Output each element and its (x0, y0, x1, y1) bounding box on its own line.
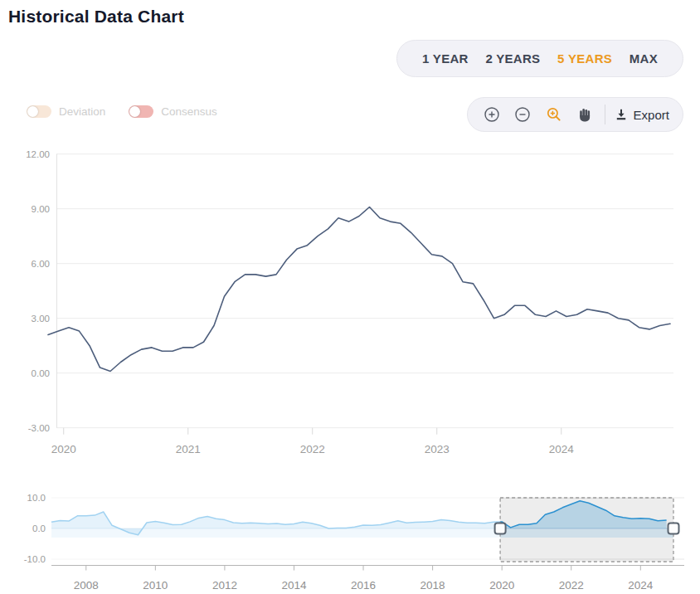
main-series-line (48, 207, 670, 372)
main-chart[interactable]: 12.009.006.003.000.00-3.0020202021202220… (0, 145, 700, 465)
export-label: Export (634, 108, 669, 122)
x-axis-label: 2023 (425, 443, 450, 455)
toolbar-divider (605, 105, 605, 124)
nav-y-axis-label: 0.0 (32, 523, 46, 533)
navigator-chart[interactable]: 10.00.0-10.02008201020122014201620182020… (0, 465, 700, 594)
nav-x-axis-label: 2012 (212, 579, 237, 592)
x-axis-label: 2024 (549, 443, 575, 455)
legend-label-deviation: Deviation (59, 105, 105, 118)
zoom-selection-button[interactable] (538, 98, 569, 131)
nav-y-axis-label: -10.0 (24, 554, 46, 564)
main-grid: 12.009.006.003.000.00-3.0020202021202220… (26, 149, 673, 455)
chart-toolbar: Export (467, 97, 683, 132)
zoom-out-button[interactable] (507, 98, 537, 131)
x-axis-label: 2021 (176, 443, 201, 455)
nav-x-axis-label: 2022 (559, 579, 584, 592)
y-axis-label: 0.00 (32, 368, 50, 378)
page-title: Historical Data Chart (8, 7, 184, 27)
deviation-toggle[interactable] (27, 105, 51, 118)
legend-label-consensus: Consensus (161, 105, 217, 118)
range-option-max[interactable]: MAX (630, 51, 658, 66)
range-option-2years[interactable]: 2 YEARS (485, 51, 540, 66)
y-axis-label: 9.00 (32, 204, 50, 214)
nav-selection-window[interactable] (500, 498, 673, 562)
range-option-5years[interactable]: 5 YEARS (557, 51, 612, 66)
toggle-knob (27, 106, 38, 117)
series-legend: Deviation Consensus (27, 105, 217, 118)
nav-x-axis-label: 2008 (74, 579, 99, 592)
range-option-1year[interactable]: 1 YEAR (422, 51, 469, 66)
nav-x-axis-label: 2024 (628, 579, 654, 592)
consensus-toggle[interactable] (129, 105, 153, 118)
pan-button[interactable] (569, 98, 600, 131)
y-axis-label: -3.00 (28, 423, 50, 433)
pan-hand-icon (577, 107, 592, 122)
zoom-out-icon (514, 106, 531, 123)
legend-item-deviation[interactable]: Deviation (27, 105, 105, 118)
nav-selection-handle-left[interactable] (495, 523, 506, 534)
zoom-in-button[interactable] (476, 98, 507, 131)
export-button[interactable]: Export (610, 108, 674, 122)
x-axis-label: 2020 (51, 443, 76, 455)
y-axis-label: 3.00 (32, 314, 50, 324)
toggle-knob (129, 106, 140, 117)
nav-x-axis-label: 2010 (143, 579, 168, 592)
y-axis-label: 12.00 (26, 149, 50, 159)
nav-x-axis-label: 2016 (351, 579, 376, 592)
x-axis-label: 2022 (300, 443, 325, 455)
zoom-selection-icon (546, 106, 562, 123)
nav-selection-handle-right[interactable] (668, 523, 679, 534)
zoom-in-icon (484, 106, 500, 123)
download-icon (615, 108, 628, 121)
nav-y-axis-label: 10.0 (27, 493, 46, 503)
nav-x-axis-label: 2020 (489, 579, 514, 592)
nav-unselected-overlay (51, 494, 500, 565)
nav-x-axis-label: 2018 (420, 579, 445, 592)
legend-item-consensus[interactable]: Consensus (129, 105, 217, 118)
range-selector: 1 YEAR 2 YEARS 5 YEARS MAX (396, 40, 683, 77)
y-axis-label: 6.00 (32, 259, 50, 269)
nav-x-axis-label: 2014 (281, 579, 307, 592)
